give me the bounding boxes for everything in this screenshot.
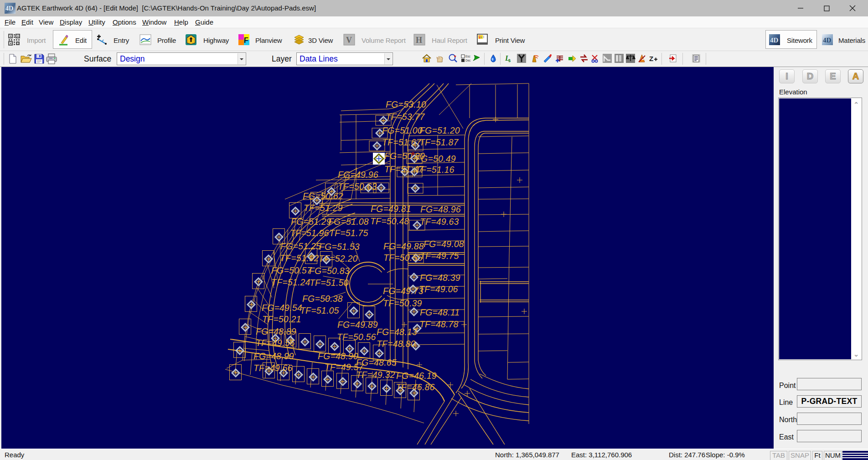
svg-text:TF=51.92: TF=51.92 [280,253,319,263]
svg-text:TF=51.16: TF=51.16 [415,165,455,175]
svg-text:TF=49.32: TF=49.32 [356,370,395,380]
svg-text:FG=50.57: FG=50.57 [271,265,312,275]
svg-text:TF=51.75: TF=51.75 [329,228,368,238]
svg-text:TF=49.66: TF=49.66 [253,363,293,373]
svg-text:TF=48.78: TF=48.78 [419,319,459,329]
svg-text:TF=51.50: TF=51.50 [310,278,349,288]
svg-text:FG=48.13: FG=48.13 [377,327,417,337]
svg-text:TF=51.05: TF=51.05 [300,305,339,315]
svg-text:FG=49.96: FG=49.96 [338,170,378,180]
svg-text:TF=50.48: TF=50.48 [370,216,409,226]
svg-text:TF=50.63: TF=50.63 [338,181,377,191]
svg-text:TF=49.63: TF=49.63 [420,217,459,227]
svg-text:FG=48.96: FG=48.96 [420,204,461,214]
svg-text:FG=48.99: FG=48.99 [253,351,294,361]
svg-text:TF=51.29: TF=51.29 [304,203,343,213]
svg-text:FG=51.53: FG=51.53 [319,242,360,252]
svg-text:TF=52.20: TF=52.20 [319,253,358,264]
svg-text:TF=50.39: TF=50.39 [383,298,422,308]
svg-text:FG=48.90: FG=48.90 [318,351,358,361]
svg-text:Esc: Esc [465,55,470,58]
svg-text:FG=50.38: FG=50.38 [302,294,343,304]
svg-text:FG=51.29: FG=51.29 [291,217,331,227]
svg-text:FG=50.83: FG=50.83 [309,266,350,276]
svg-text:TF=51.87: TF=51.87 [419,137,459,147]
svg-text:FG=48.11: FG=48.11 [420,307,460,317]
svg-text:F: F [244,36,248,44]
svg-text:FG=50.49: FG=50.49 [415,154,456,164]
svg-text:TF=50.55: TF=50.55 [383,253,423,263]
svg-text:FG=50.62: FG=50.62 [303,191,343,201]
svg-text:TF=49.75: TF=49.75 [420,251,459,261]
svg-text:FG=51.00: FG=51.00 [382,125,423,135]
svg-text:Z: Z [649,55,653,62]
svg-text:TF=51.96: TF=51.96 [290,228,329,238]
svg-text:FG=49.08: FG=49.08 [424,239,464,249]
svg-text:FG=48.65: FG=48.65 [356,357,397,367]
svg-text:TF=46.86: TF=46.86 [396,382,435,392]
svg-text:TF=49.56: TF=49.56 [256,338,295,348]
svg-text:FG=51.08: FG=51.08 [328,217,369,227]
svg-text:TF=51.24: TF=51.24 [271,277,310,287]
svg-text:TF=50.21: TF=50.21 [262,314,301,324]
svg-text:TF=51.67: TF=51.67 [382,137,422,147]
svg-text:$: $ [508,58,511,63]
svg-text:FG=49.81: FG=49.81 [371,204,411,214]
svg-text:TF=49.06: TF=49.06 [419,284,458,294]
svg-text:FG=49.54: FG=49.54 [262,303,302,313]
svg-text:FG=49.73: FG=49.73 [383,286,424,296]
svg-text:4D: 4D [823,36,832,44]
svg-text:4D: 4D [5,5,13,12]
svg-text:FG=51.25: FG=51.25 [280,241,321,251]
svg-text:FG=49.89: FG=49.89 [337,320,378,330]
svg-text:FG=46.19: FG=46.19 [396,371,437,381]
svg-text:FG=49.88: FG=49.88 [383,241,424,251]
svg-text:4D: 4D [770,36,779,44]
svg-text:V: V [346,36,352,45]
svg-text:FG=48.89: FG=48.89 [256,326,296,336]
svg-text:FG=48.39: FG=48.39 [420,273,460,283]
svg-text:FG=51.20: FG=51.20 [419,125,460,135]
svg-text:H: H [416,36,422,45]
svg-text:TF=53.77: TF=53.77 [386,112,425,122]
svg-text:TF=50.56: TF=50.56 [337,332,376,342]
svg-text:FG=53.10: FG=53.10 [386,99,426,109]
svg-text:TF=48.80: TF=48.80 [377,339,416,349]
svg-text:Dec: Dec [465,59,470,62]
